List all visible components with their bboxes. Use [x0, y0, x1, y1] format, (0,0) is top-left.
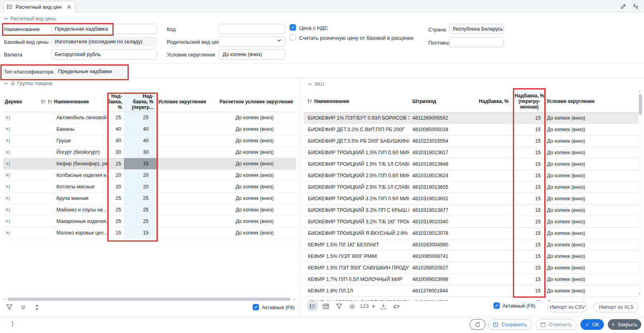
- table-row[interactable]: БИОКЕФИР ТРОИЦКИЙ Я ВКУСНЫЙ 2.6% Т/...48…: [304, 228, 638, 239]
- calc-rounding-cell[interactable]: До копеек (вниз): [217, 147, 296, 158]
- calc-rounding-cell[interactable]: До копеек (вниз): [217, 124, 296, 135]
- menu-kebab-icon[interactable]: ⋮: [10, 320, 15, 326]
- sku-name-cell[interactable]: КЕФИР 1.5% ПЭТ 950Г САВУШКИН ПРОДУКТ: [304, 262, 409, 273]
- markup-overloaded-cell[interactable]: 40: [124, 124, 157, 135]
- sku-name-cell[interactable]: БИОКЕФИР ТРОИЦКИЙ 2.5% П/П 0.9Л МИН...: [304, 170, 409, 181]
- markup-overloaded-cell[interactable]: 15: [514, 285, 545, 296]
- barcode-cell[interactable]: 4811376001944: [409, 285, 463, 296]
- rounding-cell[interactable]: [157, 193, 217, 204]
- table-row[interactable]: КЕФИР 1.7% П/П 0.5Л МОЛОЧНЫЙ МИР48100990…: [304, 274, 638, 285]
- filter-icon[interactable]: [4, 302, 14, 312]
- barcode-cell[interactable]: 4810099023998: [409, 274, 463, 285]
- ok-button[interactable]: ✓ ОК: [580, 319, 604, 330]
- markup-overloaded-cell[interactable]: 15: [124, 227, 157, 238]
- barcode-cell[interactable]: 4810268020827: [409, 262, 463, 273]
- refresh-button[interactable]: [470, 319, 485, 330]
- sku-name-cell[interactable]: БИОКЕФИР ТРОИЦКИЙ 3.2% ПП С КРЫШ.0....: [304, 205, 409, 216]
- markup-overloaded-cell[interactable]: 15: [514, 262, 545, 273]
- calc-rounding-cell[interactable]: До копеек (вниз): [217, 158, 296, 169]
- rounding-input[interactable]: До копеек (вниз): [219, 49, 285, 60]
- markup-overloaded-cell[interactable]: 15: [514, 170, 545, 181]
- barcode-cell[interactable]: 4810319012078: [409, 228, 463, 239]
- col-header-rounding[interactable]: Условие округления: [157, 99, 217, 105]
- col-header-sku-rounding[interactable]: Условие округления: [545, 99, 620, 104]
- currency-input[interactable]: Белорусский рубль: [51, 49, 157, 60]
- calc-rounding-cell[interactable]: До копеек (вниз): [217, 193, 296, 204]
- table-row[interactable]: >|Молоко коровье цел...1515До копеек (вн…: [3, 227, 296, 239]
- group-name-cell[interactable]: Макаронные изделия...: [40, 216, 107, 227]
- rounding-cell[interactable]: [157, 204, 217, 215]
- group-name-cell[interactable]: Йогурт (биойогурт): [40, 147, 107, 158]
- markup-overloaded-cell[interactable]: 25: [124, 216, 157, 227]
- rounding-cell[interactable]: До копеек (вниз): [545, 147, 620, 158]
- expand-all-icon[interactable]: [18, 302, 28, 312]
- barcode-cell[interactable]: 4810263004990: [409, 239, 463, 250]
- form-section-header[interactable]: Расчетный вид цены: [4, 16, 56, 21]
- markup-cell[interactable]: [463, 147, 514, 158]
- settings-gear-icon[interactable]: [347, 302, 357, 311]
- groups-h-scrollbar[interactable]: ◂ ▸: [3, 297, 296, 301]
- calc-rounding-cell[interactable]: До копеек (вниз): [217, 112, 296, 123]
- table-view-icon[interactable]: [321, 302, 331, 311]
- table-row[interactable]: >|Кефир (биокефир), ря...1515До копеек (…: [3, 158, 296, 170]
- rounding-cell[interactable]: [157, 181, 217, 192]
- table-row[interactable]: >|Котлеты мясные2020До копеек (вниз): [3, 181, 296, 193]
- tree-cell[interactable]: >|: [3, 216, 40, 227]
- tab-calculated-price-type[interactable]: Расчетный вид цен ✕: [3, 1, 75, 13]
- tab-close-icon[interactable]: ✕: [66, 4, 72, 10]
- markup-cell[interactable]: 40: [107, 124, 124, 135]
- tree-cell[interactable]: >|: [3, 147, 40, 158]
- groups-section-header[interactable]: Группы товаров: [4, 81, 52, 86]
- rounding-cell[interactable]: [157, 147, 217, 158]
- group-name-cell[interactable]: Крупа манная: [40, 193, 107, 204]
- markup-cell[interactable]: 20: [107, 181, 124, 192]
- table-row[interactable]: БИОКЕФИР ТРОИЦКИЙ 3.2% П/П 0.9Л МИН...48…: [304, 193, 638, 205]
- markup-cell[interactable]: 25: [107, 216, 124, 227]
- sku-name-cell[interactable]: БИОКЕФИР ТРОИЦКИЙ 3.2% Т/Б 1КГ ТРОИ...: [304, 216, 409, 227]
- markup-overloaded-cell[interactable]: 15: [514, 205, 545, 216]
- expand-node-icon[interactable]: >|: [6, 230, 10, 236]
- tree-cell[interactable]: >|: [3, 112, 40, 123]
- tree-cell[interactable]: >|: [3, 193, 40, 204]
- col-header-calc-rounding[interactable]: Расчетное условие округления: [217, 99, 296, 105]
- markup-cell[interactable]: [463, 297, 514, 301]
- markup-cell[interactable]: [463, 124, 514, 135]
- vat-checkbox[interactable]: ✓: [290, 24, 296, 31]
- markup-cell[interactable]: [463, 216, 514, 227]
- markup-overloaded-cell[interactable]: 25: [124, 193, 157, 204]
- tree-cell[interactable]: >|: [3, 170, 40, 181]
- calc-rounding-cell[interactable]: До копеек (вниз): [217, 216, 296, 227]
- markup-overloaded-cell[interactable]: 15: [514, 297, 545, 301]
- sku-name-cell[interactable]: КЕФИР 1.8% ПЛ.1Л: [304, 285, 409, 296]
- expand-node-icon[interactable]: >|: [6, 161, 10, 166]
- list-view-icon[interactable]: [307, 302, 318, 311]
- tree-cell[interactable]: >|: [3, 227, 40, 238]
- markup-overloaded-cell[interactable]: 20: [124, 181, 157, 192]
- sku-name-cell[interactable]: БИОКЕФИР ДЕТ.3.2% С ВИТ.П/П РБ 200Г: [304, 124, 409, 135]
- group-name-cell[interactable]: Котлеты мясные: [40, 181, 107, 192]
- markup-overloaded-cell[interactable]: 15: [514, 124, 545, 135]
- tree-cell[interactable]: >|: [3, 158, 40, 169]
- markup-overloaded-cell[interactable]: 15: [514, 112, 545, 124]
- markup-cell[interactable]: [463, 262, 514, 273]
- markup-overloaded-cell[interactable]: 15: [514, 216, 545, 227]
- scroll-right-icon[interactable]: ▸: [294, 297, 295, 301]
- sku-name-cell[interactable]: БИОКЕФИР ТРОИЦКИЙ Я ВКУСНЫЙ 2.6% Т/...: [304, 228, 409, 239]
- table-row[interactable]: >|Бананы4040До копеек (вниз): [3, 124, 296, 135]
- rounding-cell[interactable]: [157, 216, 217, 227]
- table-row[interactable]: КЕФИР 1.5% ПЭТ 950Г САВУШКИН ПРОДУКТ4810…: [304, 262, 638, 274]
- cancel-button[interactable]: Отменить: [536, 319, 576, 330]
- expand-node-icon[interactable]: >|: [6, 138, 10, 143]
- table-row[interactable]: >|Колбасные изделия и...2020До копеек (в…: [3, 170, 296, 181]
- markup-cell[interactable]: [463, 274, 514, 285]
- markup-cell[interactable]: 25: [107, 193, 124, 204]
- sku-name-cell[interactable]: БИОКЕФИР ТРОИЦКИЙ 1.5% П/П 0.9Л МИН...: [304, 147, 409, 158]
- sku-active-checkbox[interactable]: ✓: [493, 302, 500, 309]
- table-row[interactable]: БИОКЕФИР ТРОИЦКИЙ 2.5% П/П 0.9Л МИН...48…: [304, 170, 638, 182]
- classifier-type-field[interactable]: Предельные надбавки: [54, 66, 131, 77]
- table-row[interactable]: БИОКЕФИР ТРОИЦКИЙ 1.5% Т/Б 1Л СЛАВЯ...48…: [304, 159, 638, 170]
- table-row[interactable]: КЕФИР 1% ОБОГ.БИФ.БАКТ.БУТ.450Г БАБУШ...…: [304, 297, 638, 301]
- markup-overloaded-cell[interactable]: 15: [514, 159, 545, 170]
- rounding-cell[interactable]: До копеек (вниз): [545, 124, 620, 135]
- col-header-sku-markup[interactable]: Надбавка, %: [463, 99, 514, 104]
